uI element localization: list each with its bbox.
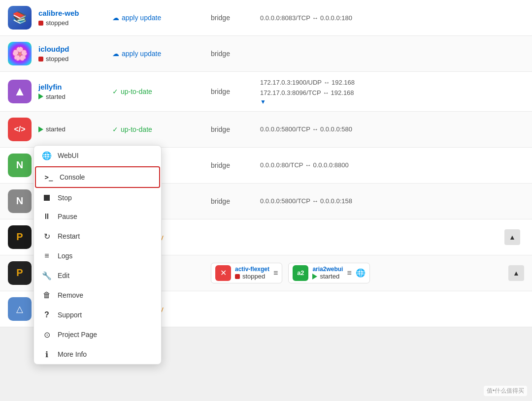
app-icon: N [8, 154, 32, 177]
menu-item-remove[interactable]: 🗑 Remove [34, 285, 161, 305]
menu-item-edit[interactable]: 🔧 Edit [34, 266, 161, 285]
update-section: ✓ up-to-date [112, 125, 201, 133]
mini-app-icon: ✕ [215, 265, 231, 281]
status-dot-started [312, 274, 317, 279]
network-type: bridge [211, 50, 250, 58]
mini-app-status: stopped [235, 273, 269, 280]
mini-app-icon: a2 [293, 265, 308, 281]
menu-item-label: Support [58, 311, 82, 319]
app-name[interactable]: icloudpd [38, 45, 107, 53]
console-icon: >_ [44, 172, 54, 182]
menu-item-label: WebUI [58, 152, 79, 159]
ports-row: 172.17.0.3:8096/TCP ↔ 192.168 [260, 88, 524, 98]
cloud-icon: ☁ [112, 14, 119, 22]
apply-update-btn[interactable]: ☁ apply update [112, 14, 161, 22]
app-name[interactable]: calibre-web [38, 9, 107, 17]
menu-item-label: More Info [58, 350, 87, 358]
menu-item-more-info[interactable]: ℹ More Info [34, 344, 161, 364]
menu-item-console[interactable]: >_ Console [35, 166, 160, 188]
up-to-date-label: ✓ up-to-date [112, 125, 152, 133]
ports-text: 0.0.0.0:5800/TCP ↔ 0.0.0.0:580 [260, 125, 352, 133]
apply-update-btn[interactable]: ☁ apply update [112, 50, 161, 58]
menu-item-stop[interactable]: Stop [34, 189, 161, 207]
menu-item-label: Edit [58, 272, 69, 279]
menu-item-label: Logs [58, 252, 72, 260]
remove-icon: 🗑 [42, 290, 52, 300]
status-text: stopped [46, 55, 68, 62]
app-icon: 📚 [8, 6, 32, 30]
status-dot-started [38, 126, 43, 132]
menu-item-restart[interactable]: ↻ Restart [34, 226, 161, 246]
app-info: jellyfin started [38, 83, 107, 100]
stop-icon [44, 195, 50, 201]
webui-icon: 🌐 [42, 151, 52, 160]
ports-section: 0.0.0.0:8083/TCP ↔ 0.0.0.0:180 [260, 14, 524, 22]
app-info: calibre-web stopped [38, 9, 107, 27]
status-badge: stopped [38, 19, 107, 27]
status-text: started [46, 93, 66, 100]
mini-app-name: activ-flexget [235, 266, 269, 273]
ports-section: 0.0.0.0:5800/TCP ↔ 0.0.0.0:158 [260, 197, 524, 205]
context-menu: 🌐 WebUI >_ Console Stop ⏸ Pause ↻ Restar… [33, 145, 162, 365]
status-dot-started [38, 93, 43, 99]
menu-item-label: Stop [58, 194, 72, 202]
table-row: 📚 calibre-web stopped ☁ apply update bri… [0, 0, 532, 36]
network-type: bridge [211, 125, 250, 133]
menu-item-label: Restart [58, 232, 80, 240]
chevron-down-icon[interactable]: ▼ [260, 98, 524, 105]
menu-item-logs[interactable]: ≡ Logs [34, 246, 161, 266]
menu-item-label: Remove [58, 291, 83, 299]
menu-icon[interactable]: ≡ [273, 269, 278, 278]
menu-item-project-page[interactable]: ⊙ Project Page [34, 325, 161, 344]
status-dot-stopped [38, 57, 43, 62]
mini-app-name: aria2webui [312, 266, 343, 273]
info-icon: ℹ [42, 349, 52, 359]
menu-item-support[interactable]: ? Support [34, 305, 161, 325]
up-to-date-label: ✓ up-to-date [112, 88, 152, 95]
status-dot-stopped [235, 274, 240, 279]
network-type: bridge [211, 161, 250, 169]
update-section: ☁ apply update [112, 50, 201, 58]
pause-icon: ⏸ [42, 212, 52, 221]
ports-section: 0.0.0.0:80/TCP ↔ 0.0.0.0:8800 [260, 161, 524, 169]
menu-item-label: Project Page [58, 331, 97, 339]
mini-app-activ-flexget[interactable]: ✕ activ-flexget stopped ≡ [211, 263, 282, 283]
status-badge: started [38, 93, 107, 100]
network-type: bridge [211, 88, 250, 95]
menu-item-label: Console [60, 173, 85, 181]
app-icon: ▲ [8, 80, 32, 103]
app-name[interactable]: jellyfin [38, 83, 107, 91]
restart-icon: ↻ [42, 231, 52, 241]
logs-icon: ≡ [42, 251, 52, 261]
ports-text: 0.0.0.0:5800/TCP ↔ 0.0.0.0:158 [260, 197, 352, 205]
check-icon: ✓ [112, 88, 118, 95]
status-badge: stopped [38, 55, 107, 62]
app-info: icloudpd stopped [38, 45, 107, 62]
network-type: bridge [211, 14, 250, 22]
app-info: started [38, 125, 107, 133]
table-row: ▲ jellyfin started ✓ up-to-date bridge 1… [0, 72, 532, 112]
status-text: stopped [46, 19, 68, 27]
edit-icon: 🔧 [42, 271, 52, 280]
menu-item-webui[interactable]: 🌐 WebUI [34, 146, 161, 165]
ports-row: 172.17.0.3:1900/UDP ↔ 192.168 [260, 78, 524, 88]
app-icon: P [8, 225, 32, 249]
menu-item-pause[interactable]: ⏸ Pause [34, 207, 161, 226]
cloud-icon: ☁ [112, 50, 119, 58]
ports-text: 0.0.0.0:8083/TCP ↔ 0.0.0.0:180 [260, 14, 352, 22]
app-icon: N [8, 189, 32, 213]
menu-icon[interactable]: ≡ [347, 269, 351, 278]
support-icon: ? [42, 310, 52, 320]
scroll-up-btn[interactable]: ▲ [504, 229, 520, 245]
mini-app-status: started [312, 273, 343, 280]
status-text: started [46, 125, 66, 133]
scroll-up-btn2[interactable]: ▲ [508, 265, 524, 281]
table-row: </> started ✓ up-to-date bridge 0.0.0.0:… [0, 112, 532, 148]
watermark: 值•什么值得买 [484, 386, 527, 396]
table-row: 🌸 icloudpd stopped ☁ apply update bridge [0, 36, 532, 72]
project-page-icon: ⊙ [42, 330, 52, 339]
webui-icon[interactable]: 🌐 [356, 268, 366, 278]
app-icon: </> [8, 118, 32, 141]
mini-app-aria2webui[interactable]: a2 aria2webui started ≡ 🌐 [288, 263, 369, 283]
ports-section: 0.0.0.0:5800/TCP ↔ 0.0.0.0:580 [260, 125, 524, 133]
